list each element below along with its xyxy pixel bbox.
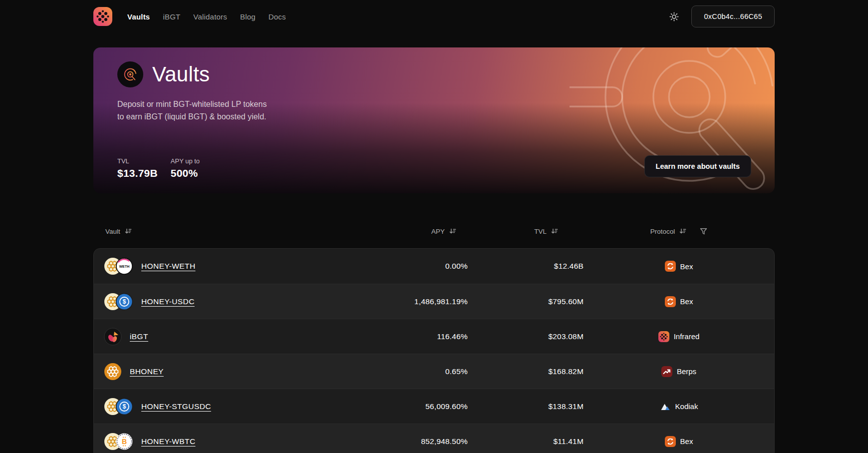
table-row[interactable]: iBGT 116.46% $203.08M Infrared — [94, 319, 774, 354]
sort-by-apy[interactable]: APY — [431, 228, 456, 235]
table-row[interactable]: $ HONEY-USDC 1,486,981.19% $795.60M Bex — [94, 284, 774, 319]
tvl-value: $12.46B — [468, 262, 583, 271]
vaults-badge-icon — [117, 61, 143, 87]
protocol-cell: Bex — [583, 261, 774, 272]
table-row[interactable]: BHONEY 0.65% $168.82M Berps — [94, 354, 774, 389]
token-icons: $ — [104, 398, 133, 416]
token-icons — [104, 328, 122, 346]
sort-icon — [679, 228, 686, 235]
vaults-table: WETH HONEY-WETH 0.00% $12.46B Bex $ HONE… — [93, 248, 775, 453]
svg-text:$: $ — [123, 298, 126, 305]
infrared-logo-icon[interactable] — [93, 7, 112, 26]
nav-link-vaults[interactable]: Vaults — [127, 12, 150, 21]
token-icons: WETH — [104, 257, 133, 275]
svg-text:$: $ — [123, 403, 126, 410]
berps-protocol-icon — [661, 366, 672, 377]
token-icons — [104, 363, 122, 381]
sun-icon[interactable] — [668, 11, 679, 22]
apy-value: 0.65% — [368, 367, 468, 376]
sort-by-vault[interactable]: Vault — [105, 228, 132, 235]
svg-text:B: B — [122, 438, 127, 446]
token-icons: $ — [104, 293, 133, 311]
tvl-stat: TVL $13.79B — [117, 157, 158, 179]
tvl-value: $795.60M — [468, 297, 583, 306]
protocol-cell: Bex — [583, 296, 774, 307]
protocol-cell: Kodiak — [583, 401, 774, 412]
protocol-name: Kodiak — [675, 402, 698, 411]
tvl-value: $11.41M — [468, 437, 583, 446]
sort-by-protocol[interactable]: Protocol — [650, 228, 687, 235]
token-icons: B — [104, 433, 133, 451]
protocol-name: Berps — [677, 367, 696, 376]
nav-link-validators[interactable]: Validators — [193, 12, 227, 21]
tvl-value: $168.82M — [468, 367, 583, 376]
sort-icon — [125, 228, 132, 235]
protocol-name: Bex — [680, 262, 693, 271]
apy-value: 1,486,981.19% — [368, 297, 468, 306]
table-row[interactable]: WETH HONEY-WETH 0.00% $12.46B Bex — [94, 249, 774, 284]
apy-value: 0.00% — [368, 262, 468, 271]
hero-description: Deposit or mint BGT-whitelisted LP token… — [117, 98, 751, 123]
top-nav: VaultsiBGTValidatorsBlogDocs 0xC0b4c...6… — [93, 0, 775, 33]
nav-link-docs[interactable]: Docs — [269, 12, 286, 21]
vault-link-honey-usdc[interactable]: HONEY-USDC — [141, 297, 195, 306]
protocol-name: Infrared — [674, 332, 700, 341]
nav-link-ibgt[interactable]: iBGT — [163, 12, 180, 21]
table-row[interactable]: $ HONEY-STGUSDC 56,009.60% $138.31M Kodi… — [94, 389, 774, 424]
learn-more-button[interactable]: Learn more about vaults — [644, 155, 751, 177]
protocol-cell: Berps — [583, 366, 774, 377]
sort-by-tvl[interactable]: TVL — [534, 228, 558, 235]
tvl-value: $203.08M — [468, 332, 583, 341]
vault-link-honey-weth[interactable]: HONEY-WETH — [141, 262, 196, 271]
page-title: Vaults — [152, 62, 210, 86]
sort-icon — [551, 228, 558, 235]
apy-value: 116.46% — [368, 332, 468, 341]
wallet-address-button[interactable]: 0xC0b4c...66C65 — [691, 5, 775, 27]
vault-link-bhoney[interactable]: BHONEY — [130, 367, 164, 376]
apy-stat: APY up to 500% — [171, 157, 209, 179]
vault-link-honey-wbtc[interactable]: HONEY-WBTC — [141, 437, 196, 446]
apy-value: 56,009.60% — [368, 402, 468, 411]
protocol-name: Bex — [680, 297, 693, 306]
bex-protocol-icon — [665, 436, 676, 447]
table-row[interactable]: B HONEY-WBTC 852,948.50% $11.41M Bex — [94, 424, 774, 453]
svg-text:WETH: WETH — [119, 265, 130, 268]
nav-link-blog[interactable]: Blog — [240, 12, 256, 21]
apy-value: 852,948.50% — [368, 437, 468, 446]
protocol-cell: Bex — [583, 436, 774, 447]
infrared-protocol-icon — [658, 331, 669, 342]
protocol-name: Bex — [680, 437, 693, 446]
kodiak-protocol-icon — [660, 401, 671, 412]
bex-protocol-icon — [665, 261, 676, 272]
nav-links: VaultsiBGTValidatorsBlogDocs — [127, 12, 286, 21]
vaults-hero-banner: Vaults Deposit or mint BGT-whitelisted L… — [93, 47, 775, 193]
funnel-filter-icon[interactable] — [700, 228, 707, 235]
sort-icon — [449, 228, 456, 235]
hero-stats: TVL $13.79B APY up to 500% — [117, 157, 209, 179]
table-header: Vault APY TVL Protocol — [93, 225, 775, 237]
tvl-value: $138.31M — [468, 402, 583, 411]
vault-link-ibgt[interactable]: iBGT — [130, 332, 148, 341]
vault-link-honey-stgusdc[interactable]: HONEY-STGUSDC — [141, 402, 211, 411]
protocol-cell: Infrared — [583, 331, 774, 342]
bex-protocol-icon — [665, 296, 676, 307]
